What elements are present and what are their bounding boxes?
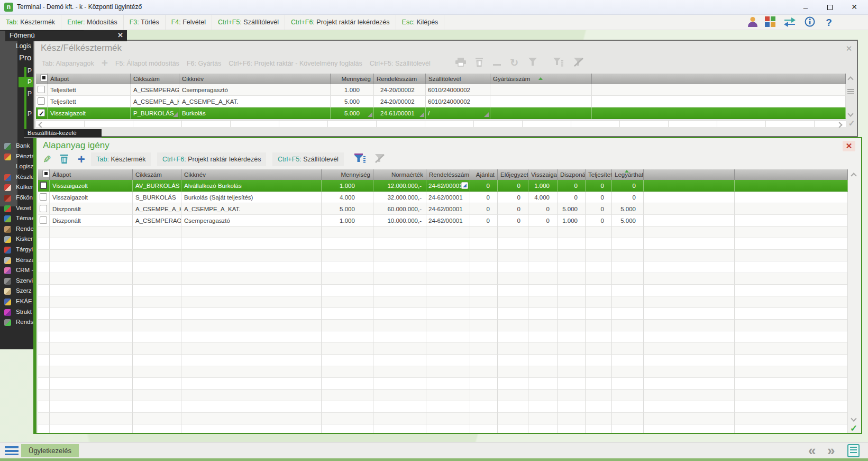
menu-item-projekt[interactable]: Pro [19, 53, 31, 62]
table-row[interactable]: TeljesítettA_CSEMPE_A_KAT.A_CSEMPE_A_KAT… [36, 96, 846, 107]
sidebar-item-rende[interactable]: Rende [0, 225, 33, 235]
vscroll-up-icon[interactable] [849, 170, 858, 179]
filter-active-icon[interactable] [354, 153, 366, 165]
table-row[interactable]: DiszponáltA_CSEMPE_A_KAT.A_CSEMPE_A_KAT.… [38, 203, 848, 215]
vscroll-down-icon[interactable] [846, 109, 855, 117]
trash-icon[interactable] [60, 153, 69, 166]
column-header-empty[interactable] [644, 169, 735, 180]
sidebar-item-szerz[interactable]: Szerz [0, 287, 33, 297]
menu-item-logisztika[interactable]: Logis [16, 42, 31, 50]
sidebar-item-kisker[interactable]: Kisker [0, 235, 33, 245]
menu-item-2-selected[interactable]: P [28, 78, 32, 86]
help-icon[interactable]: ? [821, 16, 837, 29]
shortcut-enter-modositas[interactable]: Enter: Módosítás [61, 15, 124, 30]
select-all-checkbox[interactable] [36, 74, 48, 84]
hamburger-menu-icon[interactable] [5, 446, 19, 455]
select-all-checkbox[interactable] [38, 169, 50, 180]
menu-item-beszallitas[interactable]: Beszállítás-kezelé [24, 129, 102, 138]
page-prev-icon[interactable]: « [808, 442, 816, 459]
maximize-button[interactable] [821, 0, 839, 14]
sidebar-item-tmae[interactable]: Témae [0, 214, 33, 224]
menu-item-1[interactable]: P [28, 67, 32, 75]
edit-icon[interactable]: ✎ [43, 153, 51, 166]
column-header-előjegyzett[interactable]: Előjegyzett [498, 169, 528, 180]
hscroll-right-icon[interactable] [835, 120, 844, 128]
column-header-empty[interactable] [735, 169, 848, 180]
row-checkbox[interactable] [38, 86, 45, 93]
user-icon[interactable] [745, 16, 761, 29]
column-header-cikknév[interactable]: Cikknév [181, 169, 322, 180]
confirm-icon[interactable]: ✓ [849, 423, 858, 431]
page-next-icon[interactable]: » [827, 442, 835, 459]
table-row[interactable]: VisszaigazoltS_BURKOLÁSBurkolás (Saját t… [38, 192, 848, 203]
button-ctrlf6-projekt-raktar[interactable]: Ctrl+F6: Projekt raktár lekérdezés [157, 152, 267, 166]
sidebar-item-fkn[interactable]: Főkön [0, 194, 33, 204]
button-tab-kesztermek[interactable]: Tab: Késztermék [91, 152, 151, 166]
apps-grid-icon[interactable] [762, 16, 778, 29]
shortcut-f4-felvetel[interactable]: F4: Felvétel [166, 15, 212, 30]
sidebar-item-logisz[interactable]: Logisz [0, 162, 33, 173]
button-ctrlf5-szallitolevel[interactable]: Ctrl+F5: Szállítólevél [272, 152, 344, 166]
sidebar-item-crm[interactable]: CRM - [0, 266, 33, 276]
sidebar-item-vezet[interactable]: Vezet [0, 204, 33, 214]
vscroll-grip[interactable] [846, 86, 855, 95]
shortcut-ctrlf6-projekt[interactable]: Ctrl+F6: Projekt raktár lekérdezés [285, 15, 396, 30]
vscroll-up-icon[interactable] [846, 74, 855, 83]
add-icon[interactable]: + [78, 152, 85, 166]
column-header-állapot[interactable]: Állapot [48, 74, 131, 84]
sidebar-item-klker[interactable]: Külker [0, 183, 33, 193]
row-checkbox[interactable] [38, 97, 45, 105]
fomenu-close-icon[interactable]: ✕ [117, 31, 123, 39]
column-header-ajánlat[interactable]: Ajánlat [470, 169, 498, 180]
minimize-button[interactable]: – [797, 0, 815, 14]
column-header-rendelésszám[interactable]: Rendelésszám [426, 169, 470, 180]
shortcut-f3-torles[interactable]: F3: Törlés [124, 15, 166, 30]
column-header-mennyiség[interactable]: Mennyiség [331, 74, 374, 84]
sidebar-item-strukt[interactable]: Strukt [0, 308, 33, 318]
column-header-mennyiség[interactable]: Mennyiség [322, 169, 373, 180]
column-header-cikknév[interactable]: Cikknév [179, 74, 331, 84]
info-icon[interactable] [802, 16, 818, 29]
table-row[interactable]: DiszponáltA_CSEMPERAG_1Csemperagasztó1.0… [38, 215, 848, 227]
sidebar-item-kszle[interactable]: Készle [0, 173, 33, 183]
shortcut-tab-kesztermek[interactable]: Tab: Késztermék [0, 15, 61, 30]
row-checkbox[interactable] [40, 216, 47, 224]
sidebar-item-eke[interactable]: EKÁE [0, 297, 33, 308]
column-header-legyártható[interactable]: Legyártható [612, 169, 644, 180]
status-tab-ugyletkezeles[interactable]: Ügyletkezelés [21, 444, 79, 457]
sidebar-item-brsza[interactable]: Bérsza [0, 256, 33, 266]
table-row[interactable]: VisszaigazoltAV_BURKOLÁSAlvállalkozó Bur… [38, 180, 848, 192]
menu-item-4[interactable]: P [28, 110, 32, 117]
column-header-diszponált[interactable]: Diszponált [558, 169, 586, 180]
column-header-cikkszám[interactable]: Cikkszám [133, 169, 181, 180]
hscroll-left-icon[interactable] [36, 120, 46, 128]
row-checkbox[interactable] [40, 182, 47, 189]
column-header-gyártásiszám[interactable]: Gyártásiszám [490, 74, 592, 84]
column-header-empty[interactable] [592, 74, 846, 84]
sidebar-item-trgyi[interactable]: Tárgyi [0, 246, 33, 256]
vscroll-down-icon[interactable] [849, 413, 858, 422]
row-checkbox[interactable] [40, 193, 47, 201]
shortcut-ctrlf5-szallitolevel[interactable]: Ctrl+F5: Szállítólevél [212, 15, 285, 30]
document-list-icon[interactable] [847, 444, 860, 457]
sidebar-item-bank[interactable]: Bank [0, 142, 33, 152]
column-header-rendelésszám[interactable]: Rendelésszám [374, 74, 426, 84]
shortcut-esc-kilepes[interactable]: Esc: Kilépés [396, 15, 445, 30]
close-button[interactable]: ✕ [845, 0, 863, 14]
column-header-teljesített[interactable]: Teljesített [586, 169, 612, 180]
sidebar-item-pnzt[interactable]: Pénztá [0, 152, 33, 162]
column-header-visszaiga[interactable]: Visszaiga... [528, 169, 558, 180]
table-row[interactable]: TeljesítettA_CSEMPERAG_1Csemperagasztó1.… [36, 84, 846, 96]
row-checkbox[interactable] [40, 205, 47, 212]
column-header-cikkszám[interactable]: Cikkszám [131, 74, 179, 84]
sidebar-item-rends[interactable]: Rends [0, 318, 33, 328]
table-row[interactable]: VisszaigazoltP_BURKOLÁSBurkolás5.00024-6… [36, 107, 846, 119]
column-header-állapot[interactable]: Állapot [50, 169, 133, 180]
menu-item-3[interactable]: P [28, 90, 32, 97]
column-header-normaérték[interactable]: Normaérték [373, 169, 426, 180]
row-checkbox[interactable] [38, 109, 45, 116]
transfer-arrows-icon[interactable] [782, 16, 798, 29]
column-header-szállítólevél[interactable]: Szállítólevél [426, 74, 490, 84]
panel2-close-button[interactable]: ✕ [843, 141, 855, 151]
sidebar-item-szervi[interactable]: Szervi [0, 277, 33, 287]
